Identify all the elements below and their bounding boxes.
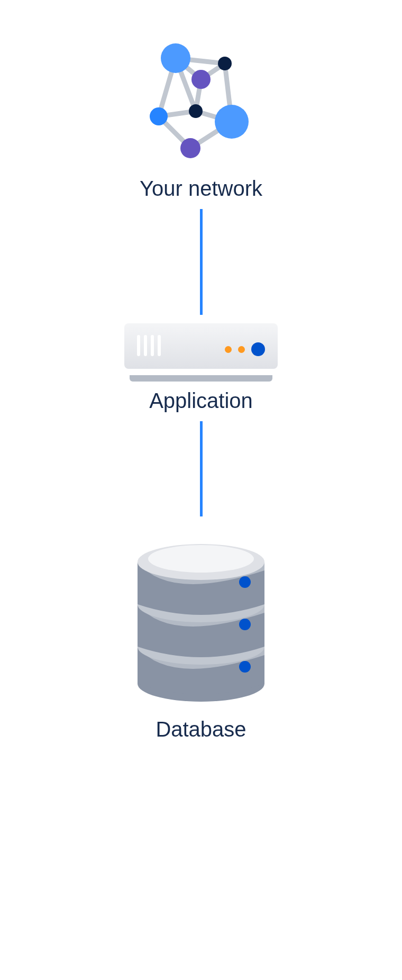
database-icon xyxy=(127,525,275,705)
led-blue-icon xyxy=(251,342,265,356)
server-icon xyxy=(124,323,278,376)
connector-2 xyxy=(200,421,203,516)
database-label: Database xyxy=(156,718,246,741)
led-orange-icon xyxy=(238,346,245,353)
tier-database: Database xyxy=(127,525,275,741)
svg-point-11 xyxy=(161,43,190,73)
tier-application: Application xyxy=(124,323,278,413)
svg-point-17 xyxy=(180,138,200,158)
led-orange-icon xyxy=(225,346,232,353)
application-label: Application xyxy=(149,389,253,413)
svg-point-13 xyxy=(191,70,211,89)
svg-point-24 xyxy=(239,619,251,630)
svg-point-16 xyxy=(215,105,249,139)
svg-point-28 xyxy=(239,576,251,588)
svg-point-12 xyxy=(218,57,232,70)
svg-point-21 xyxy=(239,661,251,673)
svg-point-15 xyxy=(189,104,203,118)
svg-point-27 xyxy=(148,545,254,573)
network-icon xyxy=(138,37,264,164)
network-label: Your network xyxy=(140,177,262,201)
tier-network: Your network xyxy=(138,37,264,201)
svg-point-14 xyxy=(150,107,168,125)
connector-1 xyxy=(200,209,203,315)
